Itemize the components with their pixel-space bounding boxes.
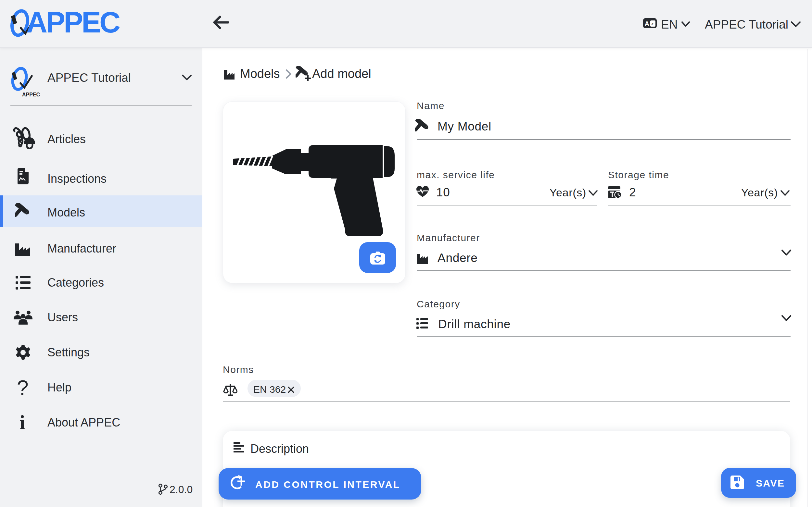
svg-text:z: z — [651, 21, 654, 26]
svg-text:A: A — [645, 20, 649, 27]
